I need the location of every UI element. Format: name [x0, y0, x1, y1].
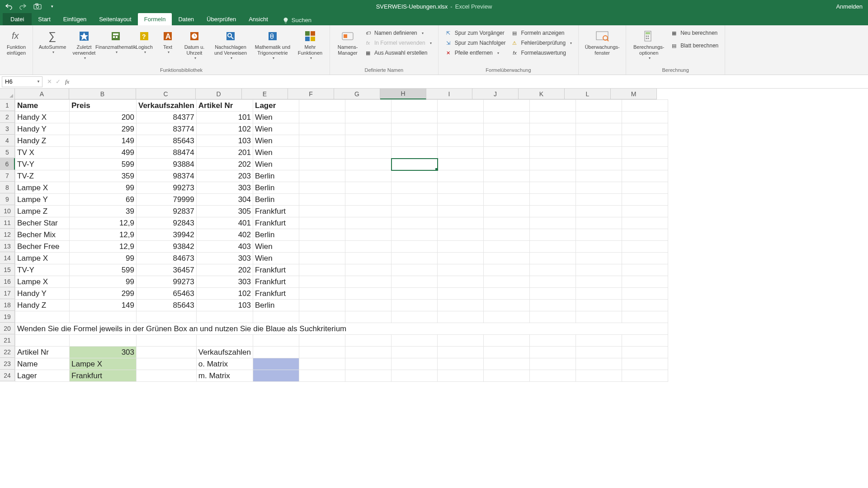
cell[interactable] — [484, 159, 530, 170]
cell[interactable]: 149 — [70, 135, 137, 147]
sign-in-link[interactable]: Anmelden — [836, 3, 868, 10]
cell[interactable]: Lampe Z — [15, 206, 70, 217]
cell[interactable] — [622, 147, 668, 159]
cell[interactable] — [196, 311, 253, 323]
cell[interactable] — [530, 100, 576, 112]
cell[interactable]: 304 — [196, 194, 253, 206]
trace-precedents-button[interactable]: ⇱Spur zum Vorgänger — [443, 29, 508, 37]
show-formulas-button[interactable]: ▤Formeln anzeigen — [509, 29, 574, 37]
cell[interactable]: 99273 — [137, 276, 197, 288]
cell[interactable] — [438, 170, 484, 182]
cell[interactable] — [530, 358, 576, 370]
cell[interactable] — [137, 358, 197, 370]
cell[interactable] — [484, 112, 530, 123]
cell[interactable] — [622, 358, 668, 370]
cell[interactable]: 303 — [196, 182, 253, 194]
cell[interactable] — [392, 112, 438, 123]
cell[interactable] — [576, 112, 622, 123]
cell[interactable]: 401 — [196, 217, 253, 229]
column-header[interactable]: I — [426, 89, 472, 99]
cell[interactable] — [622, 335, 668, 347]
cell[interactable] — [438, 229, 484, 241]
row-header[interactable]: 12 — [0, 229, 15, 240]
cell[interactable]: 84377 — [137, 112, 197, 123]
cell[interactable]: Handy Z — [15, 135, 70, 147]
cell[interactable] — [392, 335, 438, 347]
cell[interactable]: 102 — [196, 123, 253, 135]
cell[interactable] — [438, 100, 484, 112]
cell[interactable] — [253, 311, 299, 323]
cell[interactable]: 99 — [70, 276, 137, 288]
cell[interactable]: Preis — [70, 100, 137, 112]
cell[interactable] — [299, 276, 345, 288]
cell[interactable] — [345, 147, 392, 159]
cell[interactable] — [299, 300, 345, 311]
cell[interactable] — [484, 276, 530, 288]
logical-button[interactable]: ?Logisch — [132, 27, 157, 54]
lookup-reference-button[interactable]: Nachschlagen und Verweisen — [210, 27, 251, 60]
tab-daten[interactable]: Daten — [172, 13, 200, 25]
cell[interactable] — [576, 253, 622, 264]
cell[interactable]: 85643 — [137, 300, 197, 311]
row-header[interactable]: 24 — [0, 370, 15, 381]
undo-icon[interactable] — [5, 2, 13, 10]
cell[interactable] — [576, 135, 622, 147]
cell[interactable]: 84673 — [137, 253, 197, 264]
cell[interactable] — [622, 206, 668, 217]
cell[interactable] — [484, 335, 530, 347]
cell[interactable]: 102 — [196, 288, 253, 300]
evaluate-formula-button[interactable]: fxFormelauswertung — [509, 49, 574, 57]
cell[interactable] — [530, 123, 576, 135]
cell[interactable] — [576, 194, 622, 206]
cell[interactable] — [576, 159, 622, 170]
row-header[interactable]: 21 — [0, 334, 15, 346]
cell[interactable] — [299, 288, 345, 300]
cell[interactable] — [484, 241, 530, 253]
cell[interactable] — [530, 311, 576, 323]
cell[interactable]: 101 — [196, 112, 253, 123]
row-header[interactable]: 3 — [0, 123, 15, 135]
cell[interactable] — [392, 170, 438, 182]
cell[interactable]: 83774 — [137, 123, 197, 135]
cell[interactable]: Wien — [253, 241, 299, 253]
cell[interactable] — [299, 147, 345, 159]
cell[interactable] — [15, 335, 70, 347]
cell[interactable] — [576, 147, 622, 159]
cell[interactable] — [622, 253, 668, 264]
row-header[interactable]: 23 — [0, 358, 15, 370]
cell[interactable] — [530, 170, 576, 182]
column-header[interactable]: M — [611, 89, 657, 99]
column-header[interactable]: K — [519, 89, 565, 99]
cell[interactable] — [622, 170, 668, 182]
cell[interactable] — [299, 358, 345, 370]
row-header[interactable]: 9 — [0, 193, 15, 205]
autosum-button[interactable]: ∑AutoSumme — [37, 27, 68, 54]
cell[interactable] — [530, 206, 576, 217]
row-header[interactable]: 2 — [0, 111, 15, 123]
cell[interactable]: 12,9 — [70, 217, 137, 229]
cell[interactable]: Handy Y — [15, 288, 70, 300]
row-header[interactable]: 5 — [0, 146, 15, 158]
cell[interactable] — [622, 264, 668, 276]
cell[interactable]: 305 — [196, 206, 253, 217]
cell[interactable] — [438, 112, 484, 123]
cell[interactable]: Berlin — [253, 182, 299, 194]
cell[interactable] — [137, 335, 197, 347]
cell[interactable]: Wien — [253, 253, 299, 264]
cell[interactable] — [438, 358, 484, 370]
cell[interactable] — [622, 135, 668, 147]
cell[interactable] — [530, 135, 576, 147]
cell[interactable]: m. Matrix — [196, 370, 253, 382]
cell[interactable]: Lampe X — [15, 253, 70, 264]
cell[interactable] — [622, 100, 668, 112]
cell[interactable] — [438, 253, 484, 264]
cell[interactable]: 39942 — [137, 229, 197, 241]
cell[interactable]: TV-Z — [15, 170, 70, 182]
formula-bar[interactable] — [73, 76, 868, 87]
cell[interactable] — [392, 347, 438, 358]
cell[interactable] — [345, 288, 392, 300]
cell[interactable]: Wien — [253, 159, 299, 170]
cell[interactable] — [622, 276, 668, 288]
cell[interactable] — [345, 335, 392, 347]
row-header[interactable]: 14 — [0, 252, 15, 264]
